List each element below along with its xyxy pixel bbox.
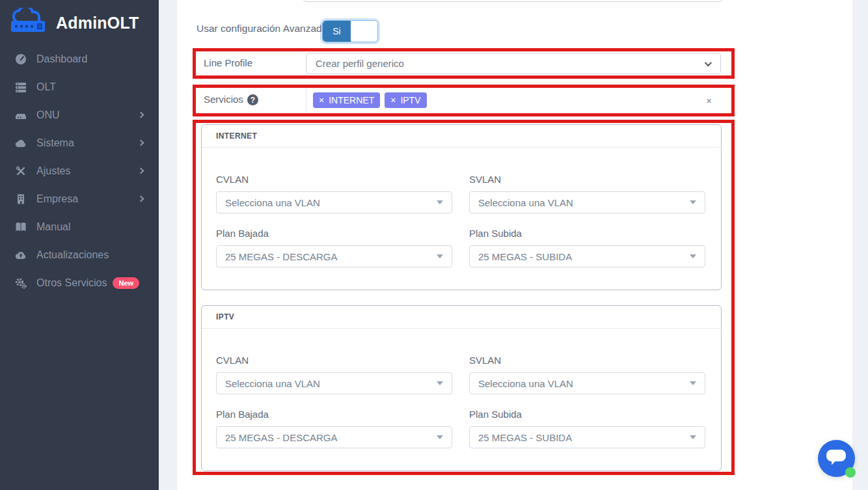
cvlan-select[interactable]: Selecciona una VLAN xyxy=(216,191,452,213)
panel-title: INTERNET xyxy=(202,125,721,148)
select-value: 25 MEGAS - SUBIDA xyxy=(478,432,572,443)
chevron-right-icon xyxy=(138,196,144,202)
device-icon xyxy=(13,109,29,122)
line-profile-select[interactable]: Crear perfil generico xyxy=(306,53,721,74)
plan-bajada-select[interactable]: 25 MEGAS - DESCARGA xyxy=(216,245,452,267)
field-label: Plan Bajada xyxy=(216,409,452,420)
panel-title: IPTV xyxy=(202,306,721,329)
triangle-down-icon xyxy=(437,254,443,258)
tools-icon xyxy=(13,165,29,178)
help-icon[interactable]: ? xyxy=(247,94,258,105)
svlan-select[interactable]: Selecciona una VLAN xyxy=(469,191,705,213)
brand-name: AdminOLT xyxy=(56,14,139,33)
sidebar-item-label: Otros Servicios xyxy=(36,277,107,289)
internet-panel: INTERNET CVLAN Selecciona una VLAN SVLAN… xyxy=(201,124,722,290)
sidebar: AdminOLT Dashboard OLT ONU Sistema xyxy=(0,0,159,490)
chevron-right-icon xyxy=(138,140,144,146)
field-label: CVLAN xyxy=(216,174,452,185)
sidebar-item-label: Ajustes xyxy=(36,165,70,177)
advanced-config-label: Usar configuración Avanzada xyxy=(197,23,327,34)
field-label: Plan Subida xyxy=(469,409,705,420)
servicios-highlight-box: Servicios ? × INTERNET × IPTV × xyxy=(193,85,735,116)
book-icon xyxy=(13,221,29,234)
field-svlan: SVLAN Selecciona una VLAN xyxy=(469,355,705,394)
select-placeholder: Selecciona una VLAN xyxy=(478,197,573,208)
adminolt-logo-icon xyxy=(9,8,51,38)
line-profile-control: Crear perfil generico xyxy=(306,51,721,75)
triangle-down-icon xyxy=(437,435,443,439)
clear-all-icon[interactable]: × xyxy=(706,95,712,106)
select-value: 25 MEGAS - DESCARGA xyxy=(225,432,338,443)
triangle-down-icon xyxy=(690,381,696,385)
line-profile-highlight-box: Line Profile Crear perfil generico xyxy=(193,48,735,79)
top-cropped-input[interactable] xyxy=(303,0,723,2)
select-placeholder: Selecciona una VLAN xyxy=(225,378,320,389)
plan-subida-select[interactable]: 25 MEGAS - SUBIDA xyxy=(469,426,705,448)
tag-label: INTERNET xyxy=(329,95,374,105)
panel-body: CVLAN Selecciona una VLAN SVLAN Seleccio… xyxy=(202,148,721,267)
plan-bajada-select[interactable]: 25 MEGAS - DESCARGA xyxy=(216,426,452,448)
chevron-right-icon xyxy=(138,168,144,174)
gears-icon xyxy=(13,277,29,290)
plan-subida-select[interactable]: 25 MEGAS - SUBIDA xyxy=(469,245,705,267)
field-label: Plan Subida xyxy=(469,228,705,239)
chat-widget-button[interactable] xyxy=(818,440,855,477)
select-value: 25 MEGAS - SUBIDA xyxy=(478,251,572,262)
sidebar-item-empresa[interactable]: Empresa xyxy=(0,185,159,213)
sidebar-item-ajustes[interactable]: Ajustes xyxy=(0,157,159,185)
toggle-off-segment xyxy=(351,21,377,42)
field-plan-subida: Plan Subida 25 MEGAS - SUBIDA xyxy=(469,409,705,448)
gauge-icon xyxy=(13,53,29,66)
cloud-icon xyxy=(13,137,29,150)
field-plan-subida: Plan Subida 25 MEGAS - SUBIDA xyxy=(469,228,705,267)
advanced-config-toggle[interactable]: Si xyxy=(322,20,378,42)
remove-tag-icon[interactable]: × xyxy=(390,96,396,105)
content-card: Usar configuración Avanzada Si Line Prof… xyxy=(177,0,852,490)
triangle-down-icon xyxy=(437,381,443,385)
sidebar-item-label: Empresa xyxy=(36,193,78,205)
cvlan-select[interactable]: Selecciona una VLAN xyxy=(216,372,452,394)
server-stack-icon xyxy=(13,81,29,94)
select-value: 25 MEGAS - DESCARGA xyxy=(225,251,338,262)
sidebar-item-dashboard[interactable]: Dashboard xyxy=(0,45,159,73)
field-label: Plan Bajada xyxy=(216,228,452,239)
remove-tag-icon[interactable]: × xyxy=(319,96,324,105)
field-label: CVLAN xyxy=(216,355,452,366)
line-profile-selected-value: Crear perfil generico xyxy=(316,58,404,69)
sidebar-item-label: Manual xyxy=(36,221,70,233)
sidebar-item-label: OLT xyxy=(36,81,56,93)
tag-iptv: × IPTV xyxy=(385,92,426,108)
tag-internet: × INTERNET xyxy=(313,92,380,108)
triangle-down-icon xyxy=(690,200,696,204)
sidebar-item-otros-servicios[interactable]: Otros Servicios New xyxy=(0,269,159,297)
sidebar-item-actualizaciones[interactable]: Actualizaciones xyxy=(0,241,159,269)
svlan-select[interactable]: Selecciona una VLAN xyxy=(469,372,705,394)
panel-body: CVLAN Selecciona una VLAN SVLAN Seleccio… xyxy=(202,329,721,448)
field-cvlan: CVLAN Selecciona una VLAN xyxy=(216,174,452,213)
main-area: Usar configuración Avanzada Si Line Prof… xyxy=(159,0,868,490)
toggle-on-segment: Si xyxy=(323,21,351,42)
sidebar-item-onu[interactable]: ONU xyxy=(0,101,159,129)
brand[interactable]: AdminOLT xyxy=(9,8,139,38)
sidebar-item-label: ONU xyxy=(36,109,60,121)
online-status-dot xyxy=(845,467,856,478)
sidebar-item-sistema[interactable]: Sistema xyxy=(0,129,159,157)
select-placeholder: Selecciona una VLAN xyxy=(478,378,573,389)
sidebar-item-label: Sistema xyxy=(36,137,74,149)
iptv-panel: IPTV CVLAN Selecciona una VLAN SVLAN Sel… xyxy=(201,305,722,471)
field-svlan: SVLAN Selecciona una VLAN xyxy=(469,174,705,213)
servicios-control: × INTERNET × IPTV × xyxy=(306,88,721,113)
line-profile-label: Line Profile xyxy=(196,51,306,75)
sidebar-item-label: Dashboard xyxy=(36,53,87,65)
select-placeholder: Selecciona una VLAN xyxy=(225,197,320,208)
chat-bubble-icon xyxy=(826,450,846,467)
field-label: SVLAN xyxy=(469,355,705,366)
servicios-multiselect[interactable]: × INTERNET × IPTV × xyxy=(306,88,721,113)
new-badge: New xyxy=(113,277,139,289)
field-plan-bajada: Plan Bajada 25 MEGAS - DESCARGA xyxy=(216,228,452,267)
triangle-down-icon xyxy=(437,200,443,204)
sidebar-item-olt[interactable]: OLT xyxy=(0,73,159,101)
sidebar-item-label: Actualizaciones xyxy=(36,249,109,261)
building-icon xyxy=(13,193,29,206)
sidebar-item-manual[interactable]: Manual xyxy=(0,213,159,241)
